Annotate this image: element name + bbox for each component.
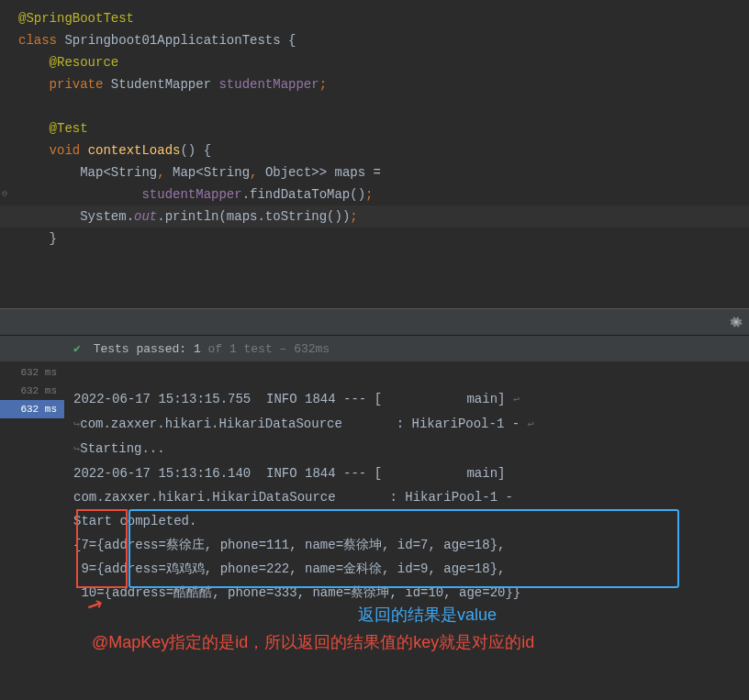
field-ref: studentMapper: [141, 187, 241, 202]
class-name: Springboot01ApplicationTests {: [64, 33, 296, 48]
log-line: com.zaxxer.hikari.HikariDataSource : Hik…: [73, 490, 520, 505]
method-parens: () {: [180, 143, 211, 158]
comma2: ,: [250, 165, 265, 180]
result-value: {address=酷酷酷, phone=333, name=蔡徐坤, id=10…: [105, 585, 521, 600]
semi10: ;: [350, 209, 357, 224]
out-field: out: [134, 209, 157, 224]
dot: .: [242, 187, 250, 202]
tests-count: 1: [194, 342, 201, 356]
tests-status-bar: ✔ Tests passed: 1 of 1 test – 632ms: [0, 336, 749, 361]
log-line: Start completed.: [73, 514, 196, 528]
tests-time: 632ms: [294, 342, 330, 356]
log-line: Starting...: [80, 441, 164, 456]
timing-row[interactable]: 632 ms: [0, 363, 64, 382]
annotation-resource: @Resource: [50, 55, 119, 70]
semi9: ;: [365, 187, 373, 202]
gutter-fold-icon[interactable]: ⊖: [2, 183, 7, 206]
annotation-test: @Test: [50, 121, 88, 136]
run-output-panel: 632 ms 632 ms 632 ms 2022-06-17 15:13:15…: [0, 361, 749, 636]
result-value: {address=蔡徐庄, phone=111, name=蔡徐坤, id=7,…: [96, 538, 505, 552]
keyword-void: void: [50, 143, 88, 158]
soft-wrap-icon: ↩: [528, 418, 534, 431]
check-icon: ✔: [73, 342, 81, 356]
red-annotation-text: @MapKey指定的是id，所以返回的结果值的key就是对应的id: [92, 631, 534, 653]
timing-row[interactable]: 632 ms: [0, 382, 64, 400]
method-contextloads: contextLoads: [88, 143, 181, 158]
field-studentmapper: studentMapper: [218, 77, 319, 92]
call-finddata: findDataToMap(): [250, 187, 365, 202]
result-key: 10=: [73, 585, 105, 600]
close-brace: }: [50, 231, 57, 246]
log-line: 2022-06-17 15:13:15.755 INFO 1844 --- [ …: [73, 392, 513, 406]
comma1: ,: [157, 165, 173, 180]
type-studentmapper: StudentMapper: [111, 77, 219, 92]
soft-wrap-icon: ↩: [513, 394, 520, 406]
test-tree-timing[interactable]: 632 ms 632 ms 632 ms: [0, 361, 64, 636]
console-output[interactable]: 2022-06-17 15:13:15.755 INFO 1844 --- [ …: [64, 361, 749, 636]
tests-passed-label: Tests passed:: [94, 342, 186, 356]
timing-row-selected[interactable]: 632 ms: [0, 400, 64, 418]
result-key: 9=: [73, 561, 96, 576]
result-value: {address=鸡鸡鸡, phone=222, name=金科徐, id=9,…: [96, 561, 505, 576]
log-line: 2022-06-17 15:13:16.140 INFO 1844 --- [ …: [73, 466, 513, 481]
gear-icon[interactable]: [729, 315, 743, 333]
type-map1: Map<String: [80, 165, 157, 180]
tests-dash: –: [280, 342, 287, 356]
log-line: com.zaxxer.hikari.HikariDataSource : Hik…: [80, 417, 527, 431]
result-key: {7=: [73, 538, 96, 552]
type-map2: Map<String: [173, 165, 250, 180]
semicolon: ;: [319, 77, 327, 92]
println: .println(maps.toString()): [157, 209, 350, 224]
keyword-class: class: [18, 33, 64, 48]
tests-of: of 1 test: [208, 342, 273, 356]
blue-annotation-text: 返回的结果是value: [358, 604, 497, 626]
code-editor[interactable]: ⊖ @SpringBootTest class Springboot01Appl…: [0, 0, 749, 308]
system: System.: [80, 209, 134, 224]
type-obj: Object>> maps =: [265, 165, 381, 180]
annotation-springboottest: @SpringBootTest: [18, 11, 134, 26]
keyword-private: private: [50, 77, 111, 92]
tool-window-toolbar: [0, 308, 749, 336]
